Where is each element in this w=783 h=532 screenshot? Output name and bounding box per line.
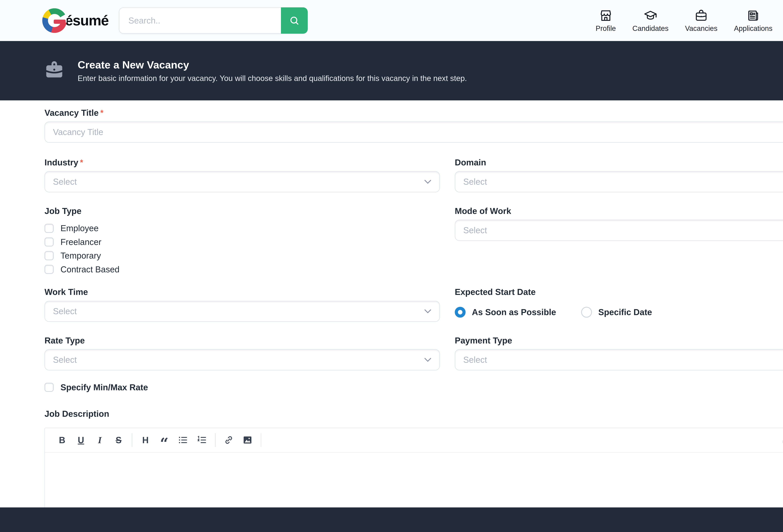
work-time-select[interactable]: Select: [44, 301, 440, 322]
heading-button[interactable]: H: [140, 433, 151, 447]
nav-label: Applications: [734, 25, 773, 33]
page: ésumé Profile: [0, 0, 783, 532]
field-work-time: Work Time Select: [44, 286, 440, 322]
rate-type-label: Rate Type: [44, 335, 440, 346]
field-domain: Domain Select: [455, 157, 783, 192]
vacancy-form: Vacancy Title* Industry* Select Domain S…: [0, 100, 783, 510]
chevron-down-icon: [424, 180, 432, 184]
checkbox-employee[interactable]: Employee: [44, 221, 440, 235]
nav-item-profile[interactable]: Profile: [596, 8, 616, 33]
checkbox-box: [44, 383, 54, 392]
domain-select[interactable]: Select: [455, 171, 783, 192]
industry-label: Industry*: [44, 157, 440, 168]
payment-type-select[interactable]: Select: [455, 349, 783, 370]
checkbox-freelancer[interactable]: Freelancer: [44, 235, 440, 249]
field-mode-of-work: Mode of Work Select: [455, 206, 783, 276]
search-input[interactable]: [119, 7, 281, 34]
page-footer: [0, 507, 783, 532]
page-header-banner: Create a New Vacancy Enter basic informa…: [0, 41, 783, 100]
work-time-label: Work Time: [44, 286, 440, 298]
required-asterisk: *: [80, 157, 83, 168]
payment-type-label: Payment Type: [455, 335, 783, 346]
expected-start-date-label: Expected Start Date: [455, 286, 783, 298]
page-title: Create a New Vacancy: [78, 59, 467, 71]
blockquote-button[interactable]: “: [158, 433, 170, 447]
toolbar-divider: [215, 433, 216, 447]
field-rate-type: Rate Type Select: [44, 335, 440, 370]
vacancy-title-input[interactable]: [44, 122, 783, 143]
checkbox-temporary[interactable]: Temporary: [44, 249, 440, 262]
nav-label: Profile: [596, 25, 616, 33]
checkbox-box: [44, 238, 54, 247]
mode-of-work-label: Mode of Work: [455, 206, 783, 217]
nav-item-applications[interactable]: Applications: [734, 8, 773, 33]
underline-button[interactable]: U: [75, 433, 87, 447]
newspaper-icon: [746, 8, 760, 23]
image-icon: [242, 435, 253, 445]
briefcase-icon: [694, 8, 708, 23]
storefront-icon: [599, 8, 613, 23]
image-button[interactable]: [242, 433, 253, 447]
field-job-type: Job Type Employee Freelancer Temporary: [44, 206, 440, 276]
nav-item-candidates[interactable]: Candidates: [632, 8, 668, 33]
checkbox-box: [44, 265, 54, 274]
job-description-editor: B U I S H “: [44, 428, 783, 510]
search-button[interactable]: [281, 7, 308, 34]
chevron-down-icon: [424, 357, 432, 362]
domain-label: Domain: [455, 157, 783, 168]
link-icon: [223, 435, 234, 445]
link-button[interactable]: [223, 433, 234, 447]
mode-of-work-select[interactable]: Select: [455, 220, 783, 241]
global-search: [119, 7, 308, 34]
bold-button[interactable]: B: [56, 433, 68, 447]
brand-logo[interactable]: ésumé: [42, 8, 109, 33]
ordered-list-icon: [196, 435, 207, 445]
vacancy-title-label: Vacancy Title*: [44, 107, 783, 119]
field-vacancy-title: Vacancy Title*: [44, 107, 783, 143]
radio-button: [455, 307, 466, 318]
top-navbar: ésumé Profile: [0, 0, 783, 41]
italic-button[interactable]: I: [94, 433, 105, 447]
job-description-label: Job Description: [44, 408, 783, 420]
job-description-textarea[interactable]: [45, 452, 783, 510]
nav-item-vacancies[interactable]: Vacancies: [685, 8, 717, 33]
required-asterisk: *: [100, 107, 103, 119]
checkbox-box: [44, 251, 54, 260]
brand-logo-icon: [42, 8, 67, 33]
toolbar-divider: [261, 433, 261, 447]
checkbox-box: [44, 224, 54, 233]
expand-icon: [780, 434, 783, 446]
strikethrough-button[interactable]: S: [113, 433, 124, 447]
checkbox-contract-based[interactable]: Contract Based: [44, 262, 440, 276]
bullet-list-icon: [178, 435, 188, 445]
radio-button: [581, 307, 592, 318]
job-type-label: Job Type: [44, 206, 440, 217]
field-expected-start-date: Expected Start Date As Soon as Possible …: [455, 286, 783, 322]
radio-specific-date[interactable]: Specific Date: [581, 305, 652, 319]
nav-label: Vacancies: [685, 25, 717, 33]
nav-label: Candidates: [632, 25, 668, 33]
radio-as-soon-as-possible[interactable]: As Soon as Possible: [455, 305, 556, 319]
graduation-cap-icon: [643, 8, 658, 23]
rate-type-select[interactable]: Select: [44, 349, 440, 370]
chevron-down-icon: [424, 309, 432, 314]
checkbox-specify-min-max-rate[interactable]: Specify Min/Max Rate: [44, 382, 783, 392]
editor-toolbar: B U I S H “: [45, 428, 783, 452]
page-subtitle: Enter basic information for your vacancy…: [78, 74, 467, 83]
field-payment-type: Payment Type Select: [455, 335, 783, 370]
industry-select[interactable]: Select: [44, 171, 440, 192]
toolbar-divider: [132, 433, 132, 447]
primary-nav: Profile Candidates Vacancies: [596, 8, 783, 33]
bullet-list-button[interactable]: [178, 433, 189, 447]
brand-logo-text: ésumé: [65, 12, 108, 29]
field-industry: Industry* Select: [44, 157, 440, 192]
ordered-list-button[interactable]: [196, 433, 208, 447]
expand-button[interactable]: [780, 433, 783, 447]
search-icon: [289, 15, 300, 26]
briefcase-icon: [42, 59, 66, 83]
